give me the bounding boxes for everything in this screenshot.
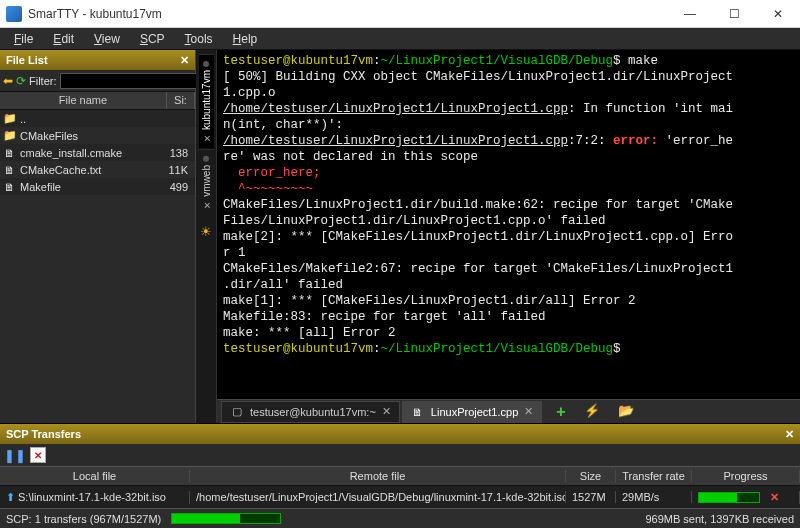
- scp-table-header: Local file Remote file Size Transfer rat…: [0, 466, 800, 486]
- status-bar: SCP: 1 transfers (967M/1527M) 969MB sent…: [0, 508, 800, 528]
- vertical-session-tabs: ✕kubuntu17vm✕vmweb ☀: [196, 50, 217, 423]
- scp-title: SCP Transfers: [6, 428, 81, 440]
- file-size: 499: [164, 181, 192, 193]
- file-list-toolbar: ⬅ ⟳ Filter: ▶: [0, 70, 195, 92]
- tab-label: kubuntu17vm: [201, 70, 212, 130]
- col-size[interactable]: Si:: [167, 92, 195, 109]
- main-menu: File Edit View SCP Tools Help: [0, 28, 800, 50]
- term-icon: ▢: [230, 405, 244, 419]
- folder-up-icon: 📁: [3, 112, 16, 125]
- pause-icon[interactable]: ❚❚: [4, 448, 26, 463]
- menu-view[interactable]: View: [84, 30, 130, 48]
- tab-close-icon[interactable]: ✕: [524, 405, 533, 418]
- maximize-button[interactable]: ☐: [712, 0, 756, 28]
- file-name: ..: [20, 113, 26, 125]
- file-row[interactable]: 🗎cmake_install.cmake138: [0, 144, 195, 161]
- status-bytes: 969MB sent, 1397KB received: [645, 513, 794, 525]
- scp-local: S:\linuxmint-17.1-kde-32bit.iso: [18, 491, 166, 503]
- file-name: Makefile: [20, 181, 61, 193]
- terminal-output[interactable]: testuser@kubuntu17vm:~/LinuxProject1/Vis…: [217, 50, 800, 399]
- menu-edit[interactable]: Edit: [43, 30, 84, 48]
- tab-close-icon[interactable]: ✕: [201, 133, 211, 143]
- tab-label: LinuxProject1.cpp: [431, 406, 518, 418]
- tab-close-icon[interactable]: ✕: [201, 200, 211, 210]
- nav-up-icon[interactable]: ⬅: [3, 73, 13, 89]
- col-name[interactable]: File name: [0, 92, 167, 109]
- col-rate[interactable]: Transfer rate: [616, 470, 692, 482]
- terminal-wrap: testuser@kubuntu17vm:~/LinuxProject1/Vis…: [217, 50, 800, 423]
- scp-close-icon[interactable]: ✕: [785, 428, 794, 441]
- col-progress[interactable]: Progress: [692, 470, 800, 482]
- tab-label: testuser@kubuntu17vm:~: [250, 406, 376, 418]
- scp-size: 1527M: [566, 491, 616, 503]
- scp-cancel-icon[interactable]: ✕: [770, 491, 779, 503]
- menu-file[interactable]: File: [4, 30, 43, 48]
- menu-tools[interactable]: Tools: [175, 30, 223, 48]
- upload-icon: ⬆: [6, 491, 15, 503]
- file-size: 11K: [164, 164, 192, 176]
- file-icon: 🗎: [3, 180, 16, 193]
- tab-status-icon: [203, 156, 209, 162]
- editor-tab[interactable]: 🗎LinuxProject1.cpp✕: [402, 401, 542, 423]
- scp-toolbar: ❚❚: [0, 444, 800, 466]
- col-size[interactable]: Size: [566, 470, 616, 482]
- file-list-panel: File List ✕ ⬅ ⟳ Filter: ▶ File name Si: …: [0, 50, 196, 423]
- session-tab[interactable]: ✕vmweb: [199, 149, 214, 216]
- file-row[interactable]: 🗎Makefile499: [0, 178, 195, 195]
- app-icon: [6, 6, 22, 22]
- window-titlebar: SmarTTY - kubuntu17vm — ☐ ✕: [0, 0, 800, 28]
- cancel-icon[interactable]: [30, 447, 46, 463]
- session-tab[interactable]: ✕kubuntu17vm: [199, 54, 214, 149]
- scp-header: SCP Transfers ✕: [0, 424, 800, 444]
- folder-icon: 📁: [3, 129, 16, 142]
- scp-progress-bar: [698, 492, 760, 503]
- session-indicator-icon: ☀: [200, 220, 212, 243]
- file-list-title: File List: [6, 54, 48, 66]
- scp-row[interactable]: ⬆S:\linuxmint-17.1-kde-32bit.iso/home/te…: [0, 486, 800, 508]
- status-transfers: SCP: 1 transfers (967M/1527M): [6, 513, 161, 525]
- col-local[interactable]: Local file: [0, 470, 190, 482]
- filter-label: Filter:: [29, 75, 57, 87]
- file-table: File name Si: 📁..📁CMakeFiles🗎cmake_insta…: [0, 92, 195, 423]
- close-button[interactable]: ✕: [756, 0, 800, 28]
- menu-scp[interactable]: SCP: [130, 30, 175, 48]
- file-row[interactable]: 📁CMakeFiles: [0, 127, 195, 144]
- menu-help[interactable]: Help: [223, 30, 268, 48]
- editor-tabs: ▢testuser@kubuntu17vm:~✕🗎LinuxProject1.c…: [217, 399, 800, 423]
- refresh-icon[interactable]: ⟳: [16, 73, 26, 89]
- tab-label: vmweb: [201, 165, 212, 197]
- scp-rate: 29MB/s: [616, 491, 692, 503]
- file-size: 138: [164, 147, 192, 159]
- scp-remote: /home/testuser/LinuxProject1/VisualGDB/D…: [190, 491, 566, 503]
- file-row[interactable]: 🗎CMakeCache.txt11K: [0, 161, 195, 178]
- tab-close-icon[interactable]: ✕: [382, 405, 391, 418]
- file-row[interactable]: 📁..: [0, 110, 195, 127]
- file-table-header: File name Si:: [0, 92, 195, 110]
- file-name: CMakeFiles: [20, 130, 78, 142]
- file-icon: 🗎: [3, 146, 16, 159]
- file-name: cmake_install.cmake: [20, 147, 122, 159]
- new-tab-button[interactable]: +: [550, 403, 571, 421]
- minimize-button[interactable]: —: [668, 0, 712, 28]
- scp-transfers-panel: SCP Transfers ✕ ❚❚ Local file Remote fil…: [0, 423, 800, 508]
- open-folder-icon[interactable]: 📂: [612, 403, 640, 421]
- filter-input[interactable]: [60, 73, 206, 89]
- col-remote[interactable]: Remote file: [190, 470, 566, 482]
- status-progress-bar: [171, 513, 281, 524]
- tab-status-icon: [203, 61, 209, 67]
- file-icon: 🗎: [3, 163, 16, 176]
- quick-action-icon[interactable]: ⚡: [578, 403, 606, 421]
- file-list-header: File List ✕: [0, 50, 195, 70]
- file-name: CMakeCache.txt: [20, 164, 101, 176]
- file-list-close-icon[interactable]: ✕: [180, 54, 189, 67]
- main-area: File List ✕ ⬅ ⟳ Filter: ▶ File name Si: …: [0, 50, 800, 423]
- editor-tab[interactable]: ▢testuser@kubuntu17vm:~✕: [221, 401, 400, 423]
- file-icon: 🗎: [411, 405, 425, 419]
- window-title: SmarTTY - kubuntu17vm: [28, 7, 668, 21]
